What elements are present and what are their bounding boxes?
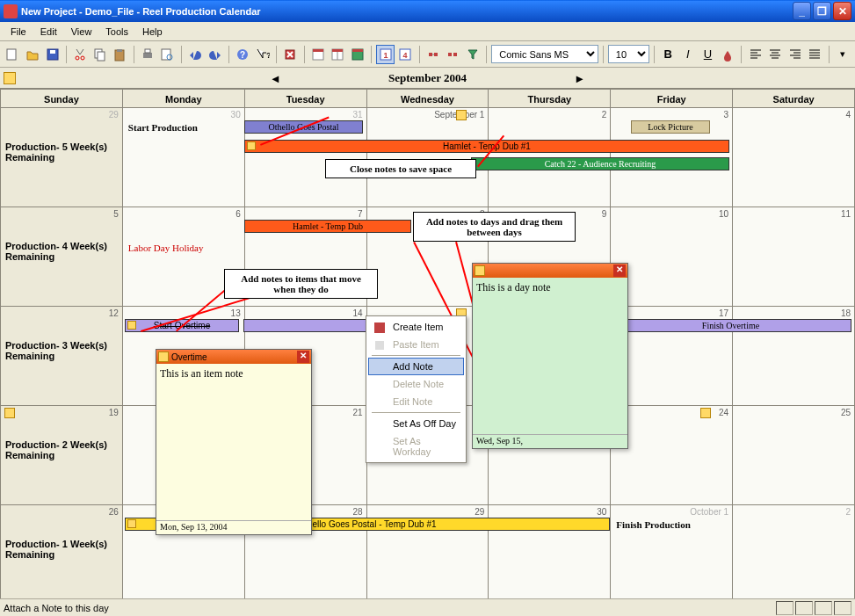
- menu-off-day[interactable]: Set As Off Day: [368, 415, 464, 432]
- week-view-icon[interactable]: 4: [396, 45, 415, 64]
- menu-tools[interactable]: Tools: [98, 25, 135, 39]
- day-cell[interactable]: 24: [611, 406, 733, 504]
- sticky-header[interactable]: Overtime ✕: [156, 350, 311, 364]
- month-note-icon[interactable]: [4, 72, 16, 84]
- svg-rect-2: [50, 50, 55, 54]
- prev-month-button[interactable]: ◂: [272, 71, 279, 85]
- menu-file[interactable]: File: [4, 25, 33, 39]
- callout-add-items: Add notes to items that move when they d…: [224, 269, 378, 299]
- day-cell[interactable]: 11: [733, 207, 855, 306]
- undo-icon[interactable]: [186, 45, 205, 64]
- menu-edit[interactable]: Edit: [33, 25, 64, 39]
- filter-icon[interactable]: [464, 45, 482, 64]
- day-number: 29: [475, 507, 484, 517]
- day-cell[interactable]: October 1Finish Production: [611, 505, 733, 604]
- menu-view[interactable]: View: [64, 25, 99, 39]
- event-finish-overtime[interactable]: Finish Overtime: [610, 319, 851, 332]
- day-note-icon[interactable]: [4, 408, 15, 418]
- day-header-wed: Wednesday: [367, 89, 489, 108]
- help-icon[interactable]: ?: [234, 45, 252, 64]
- day-note-icon[interactable]: [456, 110, 467, 120]
- copy-icon[interactable]: [91, 45, 109, 64]
- font-select[interactable]: Comic Sans MS: [491, 45, 598, 63]
- close-button[interactable]: ✕: [833, 2, 851, 20]
- day-cell[interactable]: 10: [611, 207, 733, 306]
- event-hamlet1[interactable]: Hamlet - Temp Dub #1: [244, 140, 729, 153]
- day-number: 7: [358, 209, 363, 219]
- font-size-select[interactable]: 10: [608, 45, 649, 63]
- sticky-close-button[interactable]: ✕: [613, 265, 626, 277]
- unlink-icon[interactable]: [444, 45, 462, 64]
- day-view-icon[interactable]: 1: [376, 45, 395, 64]
- menu-edit-note: Edit Note: [368, 393, 464, 410]
- delete-red-icon[interactable]: [281, 45, 300, 64]
- day-number: 30: [597, 507, 606, 517]
- cal-view2-icon[interactable]: [329, 45, 347, 64]
- paste-icon[interactable]: [111, 45, 129, 64]
- open-icon[interactable]: [24, 45, 42, 64]
- print-preview-icon[interactable]: [158, 45, 177, 64]
- color-icon[interactable]: [719, 45, 737, 64]
- day-cell[interactable]: 2: [733, 505, 855, 604]
- cal-view3-icon[interactable]: [349, 45, 367, 64]
- svg-rect-10: [145, 49, 150, 53]
- sticky-note-overtime[interactable]: Overtime ✕ This is an item note Mon, Sep…: [156, 349, 312, 535]
- note-icon: [127, 321, 136, 330]
- event-blank-violet[interactable]: [243, 319, 366, 332]
- print-icon[interactable]: [139, 45, 157, 64]
- event-lock[interactable]: Lock Picture: [631, 120, 710, 134]
- event-catch22[interactable]: Catch 22 - Audience Recruiting: [471, 157, 729, 170]
- italic-icon[interactable]: I: [679, 45, 698, 64]
- svg-rect-20: [332, 49, 343, 52]
- justify-icon[interactable]: [806, 45, 824, 64]
- svg-rect-33: [374, 322, 385, 333]
- status-pane: [834, 601, 851, 615]
- save-icon[interactable]: [43, 45, 62, 64]
- week-label: Production- 3 Week(s) Remaining: [5, 340, 111, 361]
- svg-rect-6: [98, 52, 105, 61]
- context-help-icon[interactable]: ?: [253, 45, 272, 64]
- menubar: File Edit View Tools Help: [0, 22, 855, 41]
- svg-rect-9: [143, 53, 152, 58]
- sticky-body[interactable]: This is an item note: [156, 364, 311, 520]
- day-number: 11: [841, 209, 851, 219]
- redo-icon[interactable]: [206, 45, 224, 64]
- dropdown-icon[interactable]: ▾: [834, 45, 852, 64]
- menu-add-note[interactable]: Add Note: [368, 358, 464, 375]
- bold-icon[interactable]: B: [659, 45, 677, 64]
- svg-point-4: [81, 56, 84, 60]
- day-cell[interactable]: 25: [733, 406, 855, 504]
- day-number: 28: [352, 507, 362, 517]
- cal-view1-icon[interactable]: [309, 45, 328, 64]
- align-right-icon[interactable]: [786, 45, 805, 64]
- underline-icon[interactable]: U: [699, 45, 717, 64]
- menu-workday: Set As Workday: [368, 432, 464, 460]
- sticky-footer: Wed, Sep 15,: [473, 434, 627, 448]
- next-month-button[interactable]: ▸: [576, 71, 583, 85]
- note-icon: [127, 519, 136, 528]
- day-cell[interactable]: 4: [733, 108, 855, 207]
- align-left-icon[interactable]: [746, 45, 764, 64]
- sticky-header[interactable]: ✕: [473, 264, 627, 278]
- svg-rect-23: [352, 49, 363, 52]
- calendar-grid: Sunday Monday Tuesday Wednesday Thursday…: [0, 89, 855, 605]
- status-pane: [795, 601, 813, 615]
- sticky-note-day[interactable]: ✕ This is a day note Wed, Sep 15,: [472, 263, 628, 449]
- link-icon[interactable]: [424, 45, 442, 64]
- day-note-icon[interactable]: [700, 408, 711, 418]
- align-center-icon[interactable]: [766, 45, 785, 64]
- sticky-body[interactable]: This is a day note: [473, 278, 627, 434]
- menu-help[interactable]: Help: [135, 25, 170, 39]
- note-icon: [158, 351, 169, 362]
- event-hamlet-dub[interactable]: Hamlet - Temp Dub: [244, 220, 411, 233]
- new-icon[interactable]: [4, 45, 22, 64]
- menu-paste-item: Paste Item: [368, 336, 464, 353]
- sticky-close-button[interactable]: ✕: [297, 351, 309, 363]
- maximize-button[interactable]: ❐: [813, 2, 831, 20]
- cut-icon[interactable]: [71, 45, 90, 64]
- menu-create-item[interactable]: Create Item: [368, 318, 464, 336]
- day-number: 12: [109, 308, 119, 318]
- day-cell[interactable]: 30Start Production: [123, 108, 245, 207]
- minimize-button[interactable]: _: [793, 2, 811, 20]
- statusbar: Attach a Note to this day: [0, 598, 855, 616]
